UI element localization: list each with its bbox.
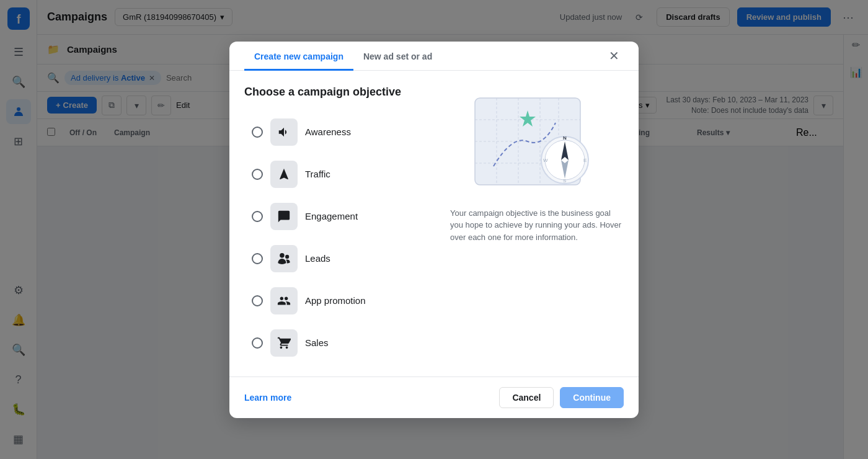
leads-label: Leads: [305, 253, 330, 264]
modal-overlay: Create new campaign New ad set or ad ✕ C…: [0, 0, 868, 459]
engagement-icon: [270, 203, 298, 230]
traffic-icon: [270, 161, 298, 188]
svg-text:S: S: [563, 178, 566, 184]
learn-more-link[interactable]: Learn more: [244, 393, 291, 403]
campaign-illustration: N S E W: [463, 86, 611, 197]
engagement-label: Engagement: [305, 211, 358, 221]
modal-footer: Learn more Cancel Continue: [229, 377, 639, 418]
radio-sales[interactable]: [252, 337, 263, 349]
app-promotion-label: App promotion: [305, 295, 366, 306]
objective-description: Your campaign objective is the business …: [450, 207, 624, 244]
objective-sales[interactable]: Sales: [244, 324, 435, 362]
continue-button[interactable]: Continue: [560, 387, 624, 408]
radio-app-promotion[interactable]: [252, 295, 263, 306]
modal-close-button[interactable]: ✕: [604, 46, 624, 66]
objective-leads[interactable]: Leads: [244, 240, 435, 277]
objective-awareness[interactable]: Awareness: [244, 114, 435, 151]
sales-label: Sales: [305, 337, 329, 348]
objective-traffic[interactable]: Traffic: [244, 156, 435, 193]
sales-icon: [270, 329, 298, 357]
awareness-label: Awareness: [305, 127, 351, 137]
objective-app-promotion[interactable]: App promotion: [244, 282, 435, 319]
radio-engagement[interactable]: [252, 211, 263, 222]
objectives-list: Choose a campaign objective Awareness: [244, 86, 435, 362]
radio-leads[interactable]: [252, 253, 263, 264]
svg-text:E: E: [583, 158, 587, 163]
modal-tabs: Create new campaign New ad set or ad ✕: [229, 42, 639, 71]
objective-engagement[interactable]: Engagement: [244, 198, 435, 235]
cancel-button[interactable]: Cancel: [499, 387, 554, 408]
modal-body: Choose a campaign objective Awareness: [229, 71, 639, 377]
traffic-label: Traffic: [305, 169, 330, 179]
create-campaign-modal: Create new campaign New ad set or ad ✕ C…: [229, 42, 639, 418]
tab-create-campaign[interactable]: Create new campaign: [244, 42, 353, 71]
footer-buttons: Cancel Continue: [499, 387, 624, 408]
awareness-icon: [270, 118, 298, 146]
radio-traffic[interactable]: [252, 169, 263, 180]
tab-new-ad-set[interactable]: New ad set or ad: [353, 42, 442, 71]
modal-right-panel: N S E W Your campaign objective is the b…: [450, 86, 624, 362]
svg-text:N: N: [563, 135, 567, 141]
modal-title: Choose a campaign objective: [244, 86, 435, 99]
radio-awareness[interactable]: [252, 127, 263, 138]
leads-icon: [270, 245, 298, 272]
svg-text:W: W: [543, 158, 548, 163]
app-promotion-icon: [270, 287, 298, 314]
